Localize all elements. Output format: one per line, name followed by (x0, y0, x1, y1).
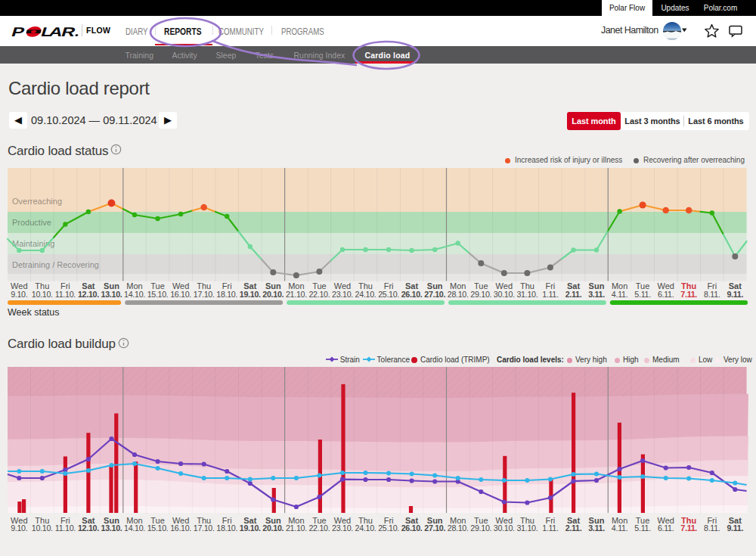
svg-text:Wed: Wed (172, 281, 189, 290)
svg-text:Thu: Thu (358, 281, 373, 290)
svg-text:Thu: Thu (358, 516, 373, 525)
svg-text:Productive: Productive (12, 218, 51, 227)
svg-text:26.10.: 26.10. (401, 290, 423, 299)
svg-text:Thu: Thu (520, 281, 534, 290)
svg-text:Tue: Tue (636, 281, 650, 290)
svg-text:Tue: Tue (312, 516, 327, 525)
svg-text:4.11.: 4.11. (612, 290, 627, 299)
svg-text:Thu: Thu (197, 281, 211, 290)
svg-text:25.10.: 25.10. (378, 523, 399, 533)
svg-text:19.10.: 19.10. (240, 523, 261, 533)
svg-text:Mon: Mon (450, 516, 466, 525)
svg-text:2.11.: 2.11. (565, 523, 582, 533)
svg-text:Thu: Thu (520, 516, 534, 525)
svg-text:16.10.: 16.10. (170, 523, 191, 533)
svg-text:Fri: Fri (60, 281, 70, 290)
svg-text:16.10.: 16.10. (170, 290, 191, 299)
svg-text:31.10.: 31.10. (516, 523, 538, 533)
svg-text:Tue: Tue (474, 281, 488, 290)
svg-text:Thu: Thu (197, 516, 211, 525)
svg-text:1.11.: 1.11. (542, 523, 558, 533)
svg-text:28.10.: 28.10. (448, 290, 469, 299)
svg-text:Sun: Sun (104, 281, 119, 290)
svg-text:Sat: Sat (82, 281, 94, 290)
svg-text:12.10.: 12.10. (78, 290, 99, 299)
svg-text:9.10.: 9.10. (11, 290, 27, 299)
svg-text:28.10.: 28.10. (448, 523, 469, 533)
svg-text:Tue: Tue (150, 516, 165, 525)
svg-text:Fri: Fri (707, 516, 717, 525)
svg-text:13.10.: 13.10. (101, 523, 122, 533)
svg-text:21.10.: 21.10. (286, 523, 307, 533)
svg-text:Sun: Sun (265, 281, 281, 290)
svg-text:5.11.: 5.11. (634, 290, 650, 299)
svg-text:Sat: Sat (567, 516, 580, 525)
svg-text:7.11.: 7.11. (680, 523, 697, 533)
svg-text:11.10.: 11.10. (55, 523, 76, 533)
svg-text:8.11.: 8.11. (704, 523, 720, 533)
svg-text:17.10.: 17.10. (194, 523, 215, 533)
svg-text:Wed: Wed (496, 281, 513, 290)
svg-text:15.10.: 15.10. (147, 290, 169, 299)
svg-text:Wed: Wed (11, 281, 27, 290)
svg-text:Sat: Sat (243, 516, 256, 525)
svg-text:Tue: Tue (150, 281, 165, 290)
svg-text:12.10.: 12.10. (78, 523, 99, 533)
svg-text:2.11.: 2.11. (565, 290, 582, 299)
svg-text:Tue: Tue (474, 516, 488, 525)
svg-text:18.10.: 18.10. (216, 290, 237, 299)
svg-text:24.10.: 24.10. (355, 523, 376, 533)
svg-text:Thu: Thu (35, 516, 49, 525)
svg-text:Tue: Tue (636, 516, 650, 525)
svg-text:27.10.: 27.10. (424, 290, 445, 299)
svg-text:25.10.: 25.10. (378, 290, 399, 299)
svg-text:7.11.: 7.11. (680, 290, 697, 299)
svg-text:Sat: Sat (729, 281, 742, 290)
svg-text:3.11.: 3.11. (588, 523, 605, 533)
svg-text:18.10.: 18.10. (216, 523, 237, 533)
svg-text:Thu: Thu (681, 516, 696, 525)
svg-text:22.10.: 22.10. (308, 523, 330, 533)
svg-text:Fri: Fri (545, 516, 555, 525)
svg-text:Sat: Sat (82, 516, 94, 525)
svg-text:Fri: Fri (707, 281, 717, 290)
svg-text:10.10.: 10.10. (32, 290, 53, 299)
svg-text:Sat: Sat (243, 281, 256, 290)
svg-text:Sun: Sun (427, 281, 443, 290)
svg-text:30.10.: 30.10. (494, 290, 515, 299)
svg-text:23.10.: 23.10. (332, 523, 353, 533)
svg-text:Fri: Fri (384, 516, 394, 525)
svg-text:22.10.: 22.10. (308, 290, 330, 299)
svg-text:Fri: Fri (545, 281, 555, 290)
svg-text:Detraining / Recovering: Detraining / Recovering (12, 260, 99, 269)
svg-text:Wed: Wed (657, 281, 674, 290)
svg-text:6.11.: 6.11. (658, 523, 674, 533)
svg-text:Sun: Sun (427, 516, 443, 525)
svg-text:6.11.: 6.11. (658, 290, 674, 299)
svg-text:19.10.: 19.10. (240, 290, 261, 299)
svg-text:17.10.: 17.10. (194, 290, 215, 299)
svg-text:Tue: Tue (312, 281, 327, 290)
svg-text:Sat: Sat (729, 516, 742, 525)
svg-text:4.11.: 4.11. (612, 523, 627, 533)
svg-text:Fri: Fri (222, 281, 232, 290)
svg-text:Mon: Mon (612, 281, 627, 290)
svg-text:Mon: Mon (612, 516, 627, 525)
svg-text:Mon: Mon (288, 281, 304, 290)
svg-text:Fri: Fri (222, 516, 232, 525)
svg-text:15.10.: 15.10. (147, 523, 169, 533)
svg-text:11.10.: 11.10. (55, 290, 76, 299)
svg-text:21.10.: 21.10. (286, 290, 307, 299)
svg-text:Sun: Sun (104, 516, 119, 525)
svg-text:8.11.: 8.11. (704, 290, 720, 299)
svg-text:Fri: Fri (384, 281, 394, 290)
svg-text:Thu: Thu (35, 281, 49, 290)
svg-text:14.10.: 14.10. (124, 523, 145, 533)
svg-text:Sat: Sat (567, 281, 580, 290)
svg-text:31.10.: 31.10. (516, 290, 538, 299)
svg-text:Sat: Sat (405, 516, 418, 525)
svg-text:Wed: Wed (11, 516, 27, 525)
svg-text:Overreaching: Overreaching (12, 197, 62, 206)
svg-text:Sun: Sun (589, 516, 605, 525)
svg-text:29.10.: 29.10. (470, 290, 491, 299)
